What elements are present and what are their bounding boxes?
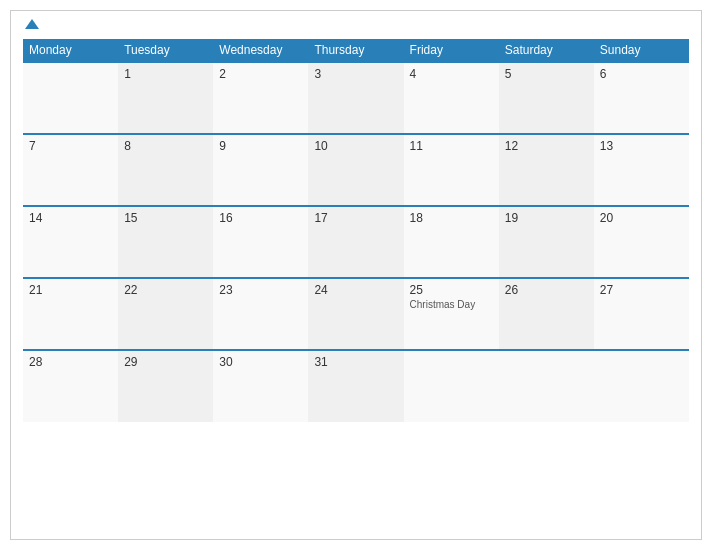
calendar-day-cell: 21 (23, 278, 118, 350)
day-number: 15 (124, 211, 207, 225)
day-number: 20 (600, 211, 683, 225)
day-number: 26 (505, 283, 588, 297)
weekday-header-friday: Friday (404, 39, 499, 62)
day-number: 10 (314, 139, 397, 153)
weekday-header-monday: Monday (23, 39, 118, 62)
calendar-week-row: 28293031 (23, 350, 689, 422)
calendar-day-cell: 10 (308, 134, 403, 206)
day-number: 23 (219, 283, 302, 297)
calendar-day-cell: 29 (118, 350, 213, 422)
calendar-day-cell: 19 (499, 206, 594, 278)
calendar-day-cell: 4 (404, 62, 499, 134)
day-number: 7 (29, 139, 112, 153)
calendar-day-cell: 27 (594, 278, 689, 350)
day-number: 2 (219, 67, 302, 81)
day-number: 29 (124, 355, 207, 369)
calendar-day-cell: 28 (23, 350, 118, 422)
calendar-wrapper: MondayTuesdayWednesdayThursdayFridaySatu… (10, 10, 702, 540)
weekday-header-wednesday: Wednesday (213, 39, 308, 62)
calendar-day-cell: 13 (594, 134, 689, 206)
calendar-day-cell: 24 (308, 278, 403, 350)
calendar-day-cell: 2 (213, 62, 308, 134)
calendar-day-cell: 31 (308, 350, 403, 422)
day-number: 13 (600, 139, 683, 153)
day-number: 22 (124, 283, 207, 297)
calendar-day-cell (23, 62, 118, 134)
calendar-day-cell: 22 (118, 278, 213, 350)
calendar-day-cell: 11 (404, 134, 499, 206)
calendar-week-row: 14151617181920 (23, 206, 689, 278)
calendar-day-cell: 3 (308, 62, 403, 134)
day-number: 4 (410, 67, 493, 81)
weekday-header-row: MondayTuesdayWednesdayThursdayFridaySatu… (23, 39, 689, 62)
calendar-day-cell: 7 (23, 134, 118, 206)
calendar-header (23, 21, 689, 31)
day-number: 31 (314, 355, 397, 369)
calendar-day-cell: 6 (594, 62, 689, 134)
calendar-day-cell: 25Christmas Day (404, 278, 499, 350)
calendar-day-cell: 1 (118, 62, 213, 134)
calendar-day-cell (499, 350, 594, 422)
day-number: 6 (600, 67, 683, 81)
day-number: 17 (314, 211, 397, 225)
logo-triangle-icon (25, 19, 39, 29)
calendar-day-cell: 30 (213, 350, 308, 422)
calendar-week-row: 78910111213 (23, 134, 689, 206)
day-number: 24 (314, 283, 397, 297)
calendar-day-cell: 20 (594, 206, 689, 278)
calendar-day-cell: 18 (404, 206, 499, 278)
weekday-header-sunday: Sunday (594, 39, 689, 62)
day-number: 27 (600, 283, 683, 297)
day-number: 14 (29, 211, 112, 225)
day-number: 9 (219, 139, 302, 153)
calendar-day-cell (404, 350, 499, 422)
calendar-day-cell: 12 (499, 134, 594, 206)
logo (23, 21, 39, 31)
day-number: 30 (219, 355, 302, 369)
day-number: 19 (505, 211, 588, 225)
calendar-day-cell: 8 (118, 134, 213, 206)
day-number: 21 (29, 283, 112, 297)
calendar-day-cell: 5 (499, 62, 594, 134)
calendar-week-row: 2122232425Christmas Day2627 (23, 278, 689, 350)
day-number: 1 (124, 67, 207, 81)
calendar-week-row: 123456 (23, 62, 689, 134)
day-number: 28 (29, 355, 112, 369)
calendar-day-cell: 17 (308, 206, 403, 278)
day-number: 5 (505, 67, 588, 81)
calendar-table: MondayTuesdayWednesdayThursdayFridaySatu… (23, 39, 689, 422)
day-number: 3 (314, 67, 397, 81)
day-number: 11 (410, 139, 493, 153)
day-number: 25 (410, 283, 493, 297)
calendar-day-cell: 23 (213, 278, 308, 350)
holiday-label: Christmas Day (410, 299, 493, 310)
calendar-day-cell: 26 (499, 278, 594, 350)
calendar-day-cell (594, 350, 689, 422)
day-number: 12 (505, 139, 588, 153)
weekday-header-tuesday: Tuesday (118, 39, 213, 62)
day-number: 18 (410, 211, 493, 225)
day-number: 8 (124, 139, 207, 153)
calendar-day-cell: 9 (213, 134, 308, 206)
calendar-day-cell: 16 (213, 206, 308, 278)
day-number: 16 (219, 211, 302, 225)
calendar-day-cell: 15 (118, 206, 213, 278)
weekday-header-thursday: Thursday (308, 39, 403, 62)
calendar-day-cell: 14 (23, 206, 118, 278)
weekday-header-saturday: Saturday (499, 39, 594, 62)
